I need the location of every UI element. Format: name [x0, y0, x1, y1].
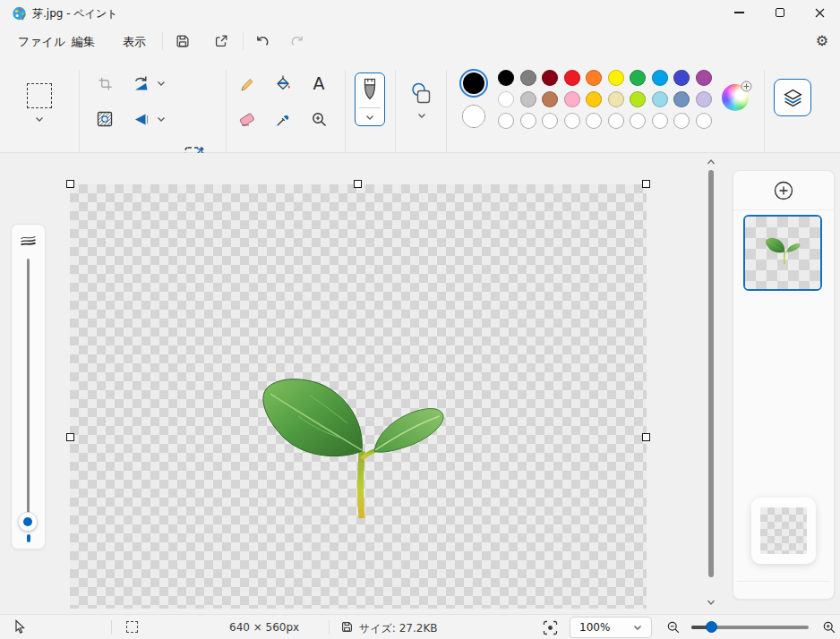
redo-button[interactable] — [284, 28, 311, 55]
add-layer-button[interactable] — [773, 180, 794, 201]
fill-tool-button[interactable] — [270, 72, 296, 95]
flip-button[interactable] — [129, 107, 168, 131]
color-swatch-empty[interactable] — [652, 113, 668, 129]
eraser-tool-button[interactable] — [235, 107, 260, 131]
stroke-thickness-icon — [20, 235, 37, 248]
background-layer-button[interactable] — [751, 498, 816, 564]
brush-size-slider-thumb[interactable] — [18, 512, 38, 532]
chevron-down-icon — [365, 115, 374, 121]
layer-sprout-preview — [765, 237, 801, 265]
color-swatch[interactable] — [542, 70, 558, 86]
selection-tool-button[interactable] — [18, 75, 61, 131]
rotate-button[interactable] — [129, 72, 168, 95]
magnifier-tool-button[interactable] — [306, 107, 331, 131]
zoom-in-button[interactable] — [819, 618, 840, 637]
color-swatch[interactable] — [564, 70, 580, 86]
scroll-down-arrow[interactable] — [707, 600, 715, 605]
color-swatch[interactable] — [696, 70, 712, 86]
zoom-out-button[interactable] — [663, 618, 684, 637]
shapes-button[interactable] — [406, 72, 438, 127]
color-swatch[interactable] — [608, 91, 624, 107]
menu-edit[interactable]: 編集 — [63, 29, 104, 55]
layers-button[interactable] — [774, 79, 811, 116]
color-swatch-empty[interactable] — [520, 113, 536, 129]
brush-size-slider-track[interactable] — [27, 259, 30, 521]
selection-size-icon — [126, 621, 138, 633]
ribbon: 選択した部分 イメージ — [0, 57, 840, 153]
layer-thumbnail-checker — [745, 217, 820, 289]
crop-button[interactable] — [93, 72, 116, 95]
share-icon — [213, 33, 229, 49]
color-swatch[interactable] — [608, 70, 624, 86]
cursor-position-icon — [13, 619, 26, 634]
chevron-down-icon — [417, 113, 426, 119]
zoom-level-value: 100% — [579, 621, 610, 634]
color-swatch[interactable] — [498, 70, 514, 86]
color-swatch[interactable] — [520, 91, 536, 107]
save-button[interactable] — [169, 28, 196, 55]
color-swatch[interactable] — [673, 91, 690, 107]
crop-icon — [98, 76, 113, 91]
zoom-level-dropdown[interactable]: 100% — [570, 617, 652, 638]
layer-thumbnail-selected[interactable] — [743, 215, 822, 291]
redo-icon — [289, 33, 305, 49]
color-swatch[interactable] — [586, 70, 602, 86]
pencil-tool-button[interactable] — [235, 72, 260, 95]
menu-view[interactable]: 表示 — [114, 29, 155, 55]
color-swatch[interactable] — [652, 91, 668, 107]
brushes-button[interactable] — [355, 72, 385, 126]
color-swatch-empty[interactable] — [673, 113, 690, 129]
pencil-icon — [239, 75, 256, 92]
selection-handle-mid-left[interactable] — [66, 433, 74, 441]
eyedropper-tool-button[interactable] — [270, 107, 296, 131]
status-divider — [329, 620, 330, 635]
color-swatch-empty[interactable] — [608, 113, 624, 129]
selection-handle-top-center[interactable] — [354, 180, 362, 188]
color-swatch-empty[interactable] — [564, 113, 580, 129]
color-swatch-empty[interactable] — [542, 113, 558, 129]
maximize-button[interactable] — [759, 0, 800, 25]
color-swatch[interactable] — [586, 91, 602, 107]
selection-handle-mid-right[interactable] — [642, 433, 650, 441]
color-swatch-empty[interactable] — [586, 113, 602, 129]
canvas[interactable] — [70, 184, 647, 609]
color-swatch[interactable] — [564, 91, 580, 107]
color1-button[interactable] — [459, 69, 488, 98]
fit-to-screen-button[interactable] — [538, 618, 561, 637]
color-swatch-empty[interactable] — [630, 113, 646, 129]
selection-handle-top-left[interactable] — [66, 180, 74, 188]
background-layer-checker — [760, 507, 807, 554]
scroll-up-arrow[interactable] — [707, 159, 715, 165]
edit-colors-button[interactable] — [722, 84, 752, 115]
close-button[interactable] — [800, 0, 840, 25]
chevron-down-icon — [157, 116, 166, 123]
color2-button[interactable] — [462, 105, 485, 128]
color-swatch[interactable] — [542, 91, 558, 107]
text-tool-button[interactable]: A — [306, 72, 331, 95]
remove-background-button[interactable] — [93, 107, 116, 131]
color-swatch[interactable] — [520, 70, 536, 86]
zoom-slider-thumb[interactable] — [706, 621, 717, 633]
color-swatch-empty[interactable] — [498, 113, 514, 129]
title-bar: 芽.jpg - ペイント — [0, 0, 840, 25]
undo-button[interactable] — [249, 28, 276, 55]
color-swatch[interactable] — [630, 70, 646, 86]
color-swatch[interactable] — [630, 91, 646, 107]
share-button[interactable] — [208, 28, 235, 55]
sprout-image[interactable] — [258, 374, 446, 522]
vertical-scrollbar[interactable] — [705, 158, 717, 609]
color-swatch[interactable] — [696, 91, 712, 107]
color-swatch[interactable] — [673, 70, 690, 86]
brush-size-value-mark — [27, 534, 30, 542]
minimize-button[interactable] — [719, 0, 759, 25]
maximize-icon — [776, 8, 784, 17]
color-swatch[interactable] — [498, 91, 514, 107]
settings-button[interactable]: ⚙ — [809, 28, 836, 55]
color-swatch[interactable] — [652, 70, 668, 86]
zoom-slider[interactable] — [691, 626, 809, 629]
color-swatch-empty[interactable] — [696, 113, 712, 129]
scrollbar-thumb[interactable] — [708, 170, 714, 577]
add-color-icon — [741, 81, 752, 92]
selection-handle-top-right[interactable] — [642, 180, 650, 188]
fit-to-screen-icon — [543, 620, 558, 635]
